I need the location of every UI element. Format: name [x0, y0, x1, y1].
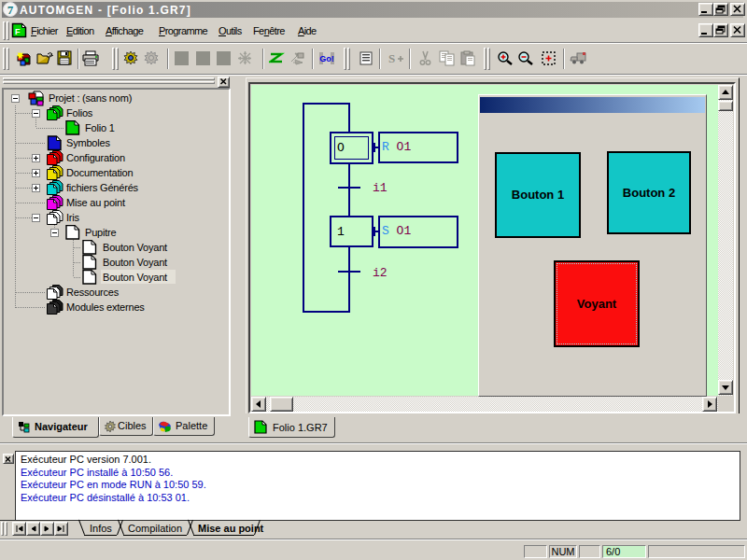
svg-text:S: S: [388, 51, 395, 65]
svg-text:F: F: [15, 27, 21, 36]
svg-text:7: 7: [7, 3, 14, 17]
svg-text:Go!: Go!: [319, 54, 334, 63]
